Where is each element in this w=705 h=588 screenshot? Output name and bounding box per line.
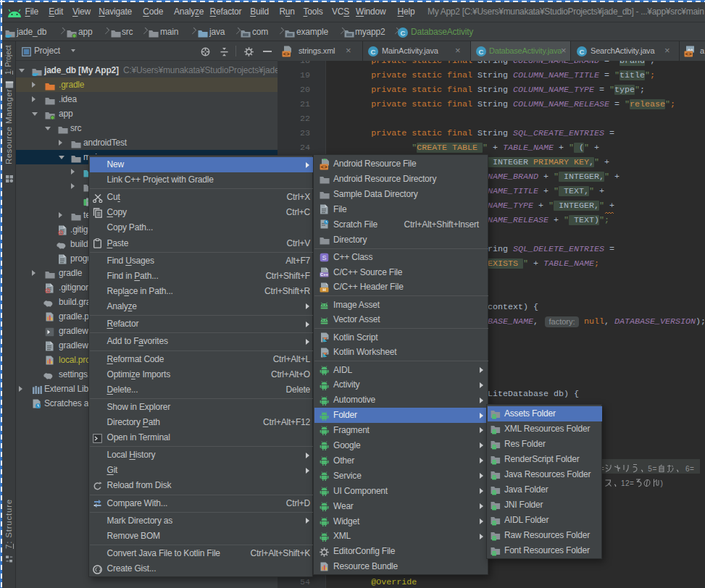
svg-text:<>: <>: [321, 164, 328, 170]
svg-text:C++: C++: [320, 272, 329, 277]
svg-text:<>: <>: [283, 51, 290, 57]
svg-text:C: C: [401, 29, 406, 37]
svg-text:S: S: [322, 254, 326, 261]
svg-text:<>: <>: [685, 51, 692, 57]
svg-text:C: C: [580, 48, 585, 56]
svg-text:C: C: [479, 48, 484, 56]
svg-text:H: H: [322, 287, 325, 292]
svg-text:C: C: [371, 48, 376, 56]
